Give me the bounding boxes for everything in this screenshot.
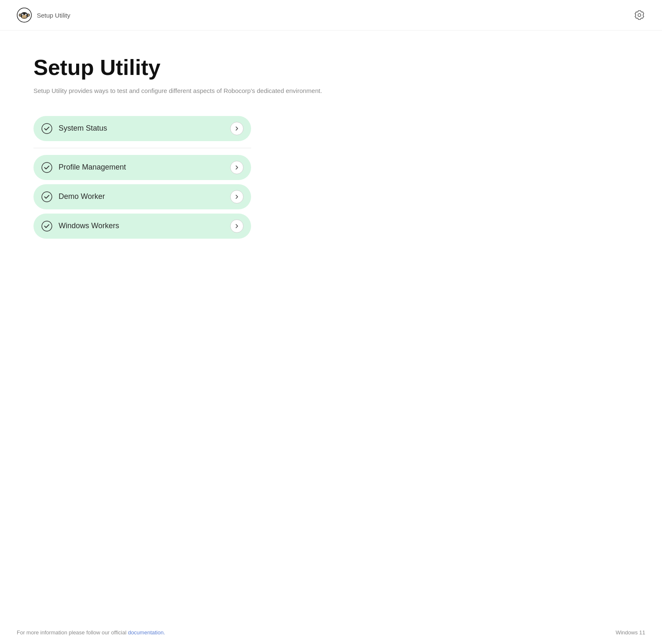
check-icon [41, 220, 53, 232]
chevron-right-icon [234, 126, 240, 131]
menu-divider [33, 148, 251, 148]
svg-point-12 [42, 162, 52, 173]
menu-item-chevron[interactable] [230, 122, 244, 135]
app-logo-icon [17, 8, 32, 23]
check-icon [41, 162, 53, 173]
menu-group-windows-workers: Windows Workers [33, 214, 343, 239]
chevron-right-icon [234, 223, 240, 229]
app-footer: For more information please follow our o… [0, 621, 662, 644]
menu-section: System Status Profile Management [33, 116, 343, 239]
main-content: Setup Utility Setup Utility provides way… [0, 31, 377, 621]
documentation-link[interactable]: documentation. [128, 629, 165, 636]
menu-item-profile-management[interactable]: Profile Management [33, 155, 251, 180]
menu-item-system-status[interactable]: System Status [33, 116, 251, 141]
menu-group-system-status: System Status [33, 116, 343, 141]
app-header: Setup Utility [0, 0, 662, 31]
menu-item-chevron[interactable] [230, 190, 244, 204]
check-icon [41, 123, 53, 134]
svg-point-5 [22, 14, 23, 15]
menu-item-chevron[interactable] [230, 161, 244, 174]
header-title: Setup Utility [37, 12, 70, 19]
page-title: Setup Utility [33, 56, 343, 80]
svg-point-13 [42, 192, 52, 202]
check-icon [41, 191, 53, 203]
svg-point-14 [42, 221, 52, 231]
chevron-right-icon [234, 194, 240, 200]
svg-point-10 [28, 14, 29, 16]
page-subtitle: Setup Utility provides ways to test and … [33, 86, 343, 96]
menu-group-demo-worker: Demo Worker [33, 184, 343, 209]
os-label: Windows 11 [616, 629, 645, 636]
menu-item-windows-workers[interactable]: Windows Workers [33, 214, 251, 239]
svg-point-11 [42, 124, 52, 134]
settings-icon[interactable] [634, 9, 645, 21]
svg-point-8 [19, 14, 21, 16]
svg-point-6 [26, 14, 26, 15]
menu-item-chevron[interactable] [230, 219, 244, 233]
menu-item-label: Demo Worker [59, 192, 230, 201]
menu-item-label: Windows Workers [59, 222, 230, 230]
menu-item-label: Profile Management [59, 163, 230, 172]
chevron-right-icon [234, 165, 240, 170]
menu-item-label: System Status [59, 124, 230, 133]
menu-group-profile-management: Profile Management [33, 155, 343, 180]
footer-text-before-link: For more information please follow our o… [17, 629, 128, 636]
header-left: Setup Utility [17, 8, 70, 23]
menu-item-demo-worker[interactable]: Demo Worker [33, 184, 251, 209]
footer-text: For more information please follow our o… [17, 629, 165, 636]
